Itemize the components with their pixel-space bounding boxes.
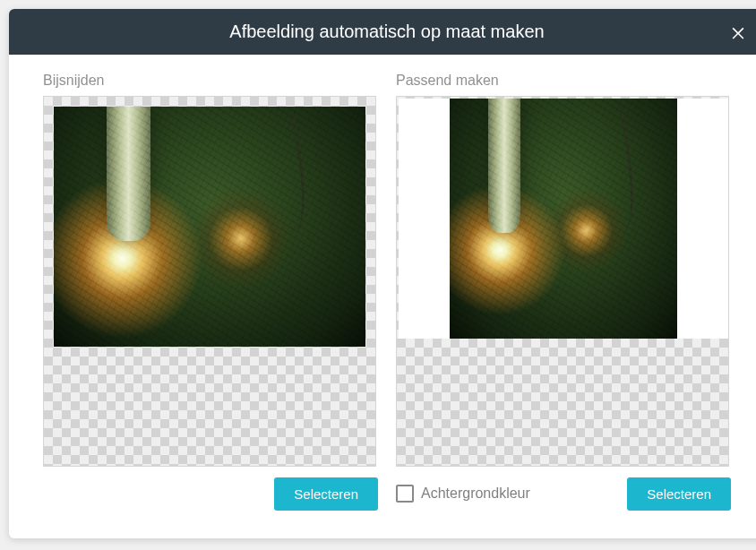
christmas-tree-image [54,107,365,347]
fit-preview-container [399,99,728,339]
crop-select-button[interactable]: Selecteren [274,477,378,511]
christmas-tree-image [450,99,677,339]
fit-preview-image [450,99,677,339]
fit-select-button[interactable]: Selecteren [627,477,731,511]
crop-label: Bijsnijden [43,73,378,89]
crop-preview-area [43,96,376,467]
background-color-group: Achtergrondkleur [396,485,530,503]
fit-controls: Achtergrondkleur Selecteren [396,476,731,511]
dialog-body: Bijsnijden Selecteren Passend maken [9,55,756,538]
crop-panel: Bijsnijden Selecteren [43,73,378,511]
background-color-label: Achtergrondkleur [421,486,530,502]
close-button[interactable] [726,20,751,45]
dialog-header: Afbeelding automatisch op maat maken [9,9,756,55]
close-icon [729,23,747,41]
crop-preview-image [54,107,365,347]
fit-label: Passend maken [396,73,731,89]
dialog-title: Afbeelding automatisch op maat maken [229,21,544,42]
fit-panel: Passend maken Achtergrondkleur Selectere… [396,73,731,511]
crop-controls: Selecteren [43,476,378,511]
background-color-checkbox[interactable] [396,485,414,503]
resize-image-dialog: Afbeelding automatisch op maat maken Bij… [9,9,756,538]
fit-preview-area [396,96,729,467]
